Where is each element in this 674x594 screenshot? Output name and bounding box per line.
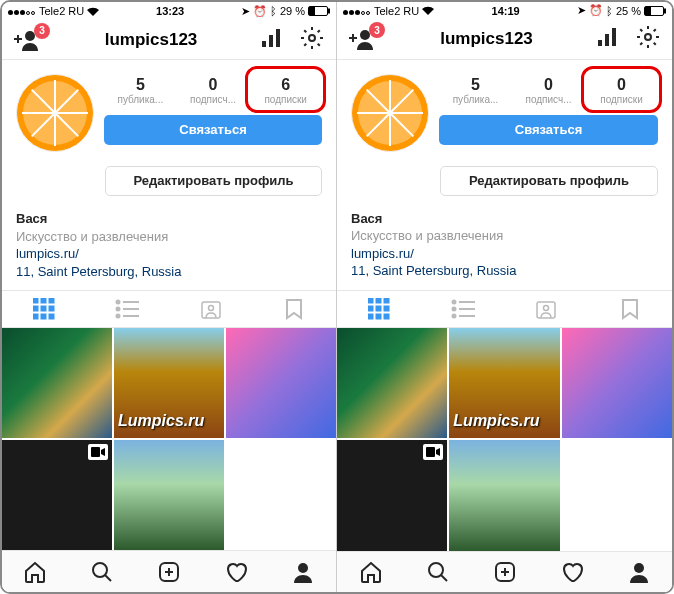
svg-point-19 (117, 301, 120, 304)
battery-pct: 25 % (616, 5, 641, 17)
svg-rect-27 (91, 447, 100, 457)
svg-point-60 (544, 305, 549, 310)
bio-name: Вася (16, 210, 322, 228)
profile-tabs (2, 290, 336, 328)
followers-stat[interactable]: 0подписч... (512, 74, 585, 107)
nav-profile[interactable] (269, 551, 336, 592)
insights-icon[interactable] (262, 29, 284, 51)
following-stat[interactable]: 6подписки (249, 74, 322, 107)
post-thumbnail[interactable] (2, 328, 112, 438)
clock: 14:19 (492, 5, 520, 17)
avatar[interactable] (351, 74, 429, 152)
settings-icon[interactable] (636, 25, 660, 53)
tab-grid[interactable] (337, 291, 421, 327)
svg-rect-7 (269, 35, 273, 47)
tab-saved[interactable] (253, 291, 337, 327)
carrier: Tele2 RU (374, 5, 419, 17)
nav-profile[interactable] (605, 552, 672, 592)
phone-screen: Tele2 RU14:19➤⏰ᛒ25 %3lumpics1235публика.… (337, 2, 672, 592)
posts-grid: Lumpics.ru (337, 328, 672, 551)
svg-line-63 (441, 575, 447, 581)
signal-dots (343, 5, 371, 17)
svg-rect-12 (49, 298, 54, 303)
tab-list[interactable] (86, 291, 170, 327)
post-thumbnail[interactable] (337, 328, 447, 438)
svg-point-9 (309, 35, 315, 41)
post-thumbnail[interactable] (562, 328, 672, 438)
battery-icon (308, 6, 330, 16)
bio-category: Искусство и развлечения (16, 228, 322, 246)
svg-point-33 (298, 563, 308, 573)
nav-home[interactable] (337, 552, 404, 592)
bio-link[interactable]: lumpics.ru/ (351, 245, 658, 263)
profile-tabs (337, 290, 672, 328)
post-thumbnail[interactable] (114, 440, 224, 550)
tab-grid[interactable] (2, 291, 86, 327)
svg-rect-45 (376, 298, 381, 303)
following-stat[interactable]: 0подписки (585, 74, 658, 107)
discover-people-button[interactable]: 3 (349, 28, 375, 50)
svg-point-53 (452, 300, 455, 303)
svg-rect-13 (33, 306, 38, 311)
tab-saved[interactable] (588, 291, 672, 327)
edit-profile-button[interactable]: Редактировать профиль (105, 166, 322, 196)
tab-tagged[interactable] (505, 291, 589, 327)
nav-activity[interactable] (202, 551, 269, 592)
post-thumbnail[interactable] (449, 440, 559, 550)
bio-category: Искусство и развлечения (351, 227, 658, 245)
tab-list[interactable] (421, 291, 505, 327)
nav-create[interactable] (136, 551, 203, 592)
nav-search[interactable] (69, 551, 136, 592)
svg-rect-16 (33, 314, 38, 319)
status-bar: Tele2 RU13:23➤⏰ᛒ29 % (2, 2, 336, 20)
svg-point-62 (429, 563, 443, 577)
svg-rect-1 (310, 8, 315, 15)
notification-badge: 3 (369, 22, 385, 38)
discover-people-button[interactable]: 3 (14, 29, 40, 51)
svg-rect-11 (41, 298, 46, 303)
insights-icon[interactable] (598, 28, 620, 50)
tab-tagged[interactable] (169, 291, 253, 327)
contact-button[interactable]: Связаться (439, 115, 658, 145)
alarm-icon: ⏰ (253, 5, 267, 18)
bluetooth-icon: ᛒ (606, 5, 613, 17)
svg-line-29 (105, 575, 111, 581)
followers-stat[interactable]: 0подписч... (177, 74, 250, 107)
status-bar: Tele2 RU14:19➤⏰ᛒ25 % (337, 2, 672, 20)
post-thumbnail[interactable] (337, 440, 447, 550)
post-thumbnail[interactable] (562, 440, 672, 550)
contact-button[interactable]: Связаться (104, 115, 322, 145)
posts-stat[interactable]: 5публика... (104, 74, 177, 107)
svg-rect-35 (646, 7, 651, 14)
svg-rect-51 (376, 314, 381, 319)
nav-home[interactable] (2, 551, 69, 592)
post-thumbnail[interactable] (226, 328, 336, 438)
svg-rect-61 (426, 447, 435, 457)
signal-dots (8, 5, 36, 17)
nav-create[interactable] (471, 552, 538, 592)
bio-location[interactable]: 11, Saint Petersburg, Russia (16, 263, 322, 281)
edit-profile-button[interactable]: Редактировать профиль (440, 166, 658, 196)
bio-location[interactable]: 11, Saint Petersburg, Russia (351, 262, 658, 280)
nav-search[interactable] (404, 552, 471, 592)
svg-rect-42 (612, 28, 616, 46)
post-thumbnail[interactable]: Lumpics.ru (114, 328, 224, 438)
svg-point-26 (208, 306, 213, 311)
profile-username[interactable]: lumpics123 (440, 29, 533, 49)
posts-stat[interactable]: 5публика... (439, 74, 512, 107)
post-thumbnail[interactable] (2, 440, 112, 550)
svg-rect-44 (368, 298, 373, 303)
svg-rect-14 (41, 306, 46, 311)
svg-rect-49 (384, 306, 389, 311)
posts-grid: Lumpics.ru (2, 328, 336, 550)
post-thumbnail[interactable]: Lumpics.ru (449, 328, 559, 438)
bottom-nav (2, 550, 336, 592)
post-thumbnail[interactable] (226, 440, 336, 550)
settings-icon[interactable] (300, 26, 324, 54)
phone-screen: Tele2 RU13:23➤⏰ᛒ29 %3lumpics1235публика.… (2, 2, 337, 592)
avatar[interactable] (16, 74, 94, 152)
profile-username[interactable]: lumpics123 (105, 30, 198, 50)
bio-link[interactable]: lumpics.ru/ (16, 245, 322, 263)
nav-activity[interactable] (538, 552, 605, 592)
svg-point-67 (634, 563, 644, 573)
